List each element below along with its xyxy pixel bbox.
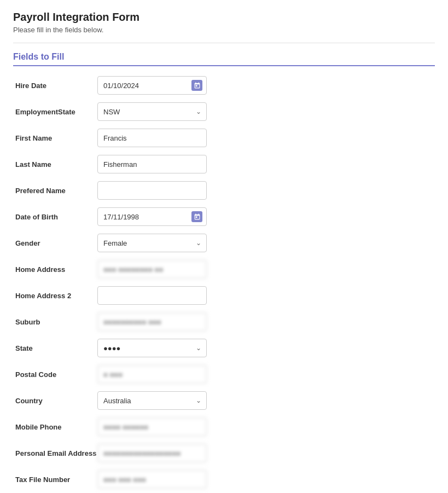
- hire-date-label: Hire Date: [15, 82, 97, 90]
- postal-code-row: Postal Code: [15, 365, 433, 384]
- postal-code-label: Postal Code: [15, 370, 97, 379]
- page-title: Payroll Integration Form: [13, 11, 435, 24]
- home-address-input[interactable]: [97, 260, 207, 279]
- employment-state-wrapper: NSW VIC QLD WA SA TAS ACT NT ⌄: [97, 102, 207, 121]
- employment-state-select[interactable]: NSW VIC QLD WA SA TAS ACT NT: [97, 102, 207, 121]
- preferred-name-label: Prefered Name: [15, 187, 97, 195]
- tfn-row: Tax File Number: [15, 470, 433, 489]
- hire-date-row: Hire Date: [15, 76, 433, 95]
- preferred-name-input[interactable]: [97, 181, 207, 200]
- state-row: State ●●●● NSW VIC QLD ⌄: [15, 339, 433, 357]
- tfn-label: Tax File Number: [15, 475, 97, 484]
- first-name-label: First Name: [15, 134, 97, 142]
- home-address2-input[interactable]: [97, 286, 207, 305]
- home-address-label: Home Address: [15, 265, 97, 274]
- dob-label: Date of Birth: [15, 213, 97, 221]
- mobile-phone-row: Mobile Phone: [15, 417, 433, 436]
- last-name-label: Last Name: [15, 160, 97, 169]
- form-container: Hire Date EmploymentState NSW VIC QLD WA…: [13, 76, 435, 493]
- state-label: State: [15, 344, 97, 352]
- last-name-input[interactable]: [97, 155, 207, 173]
- gender-wrapper: Male Female Non-binary Prefer not to say…: [97, 234, 207, 252]
- hire-date-wrapper: [97, 76, 207, 95]
- last-name-row: Last Name: [15, 155, 433, 173]
- hire-date-calendar-icon[interactable]: [191, 80, 202, 91]
- gender-select[interactable]: Male Female Non-binary Prefer not to say: [97, 234, 207, 252]
- page-subtitle: Please fill in the fields below.: [13, 26, 435, 34]
- email-label: Personal Email Address: [15, 449, 97, 457]
- country-row: Country Australia New Zealand United Kin…: [15, 391, 433, 410]
- employment-state-label: EmploymentState: [15, 108, 97, 116]
- dob-calendar-icon[interactable]: [191, 211, 202, 222]
- hire-date-input[interactable]: [97, 76, 207, 95]
- dob-input[interactable]: [97, 207, 207, 226]
- state-select[interactable]: ●●●● NSW VIC QLD: [97, 339, 207, 357]
- first-name-row: First Name: [15, 129, 433, 147]
- gender-row: Gender Male Female Non-binary Prefer not…: [15, 234, 433, 252]
- country-label: Country: [15, 397, 97, 405]
- section-title: Fields to Fill: [13, 52, 64, 61]
- tfn-input[interactable]: [97, 470, 207, 489]
- dob-row: Date of Birth: [15, 207, 433, 226]
- home-address-row: Home Address: [15, 260, 433, 279]
- country-wrapper: Australia New Zealand United Kingdom Uni…: [97, 391, 207, 410]
- employment-state-row: EmploymentState NSW VIC QLD WA SA TAS AC…: [15, 102, 433, 121]
- home-address2-row: Home Address 2: [15, 286, 433, 305]
- suburb-input[interactable]: [97, 312, 207, 331]
- suburb-label: Suburb: [15, 318, 97, 326]
- gender-label: Gender: [15, 239, 97, 247]
- mobile-phone-input[interactable]: [97, 417, 207, 436]
- postal-code-input[interactable]: [97, 365, 207, 384]
- home-address2-label: Home Address 2: [15, 292, 97, 300]
- mobile-phone-label: Mobile Phone: [15, 423, 97, 431]
- state-wrapper: ●●●● NSW VIC QLD ⌄: [97, 339, 207, 357]
- dob-wrapper: [97, 207, 207, 226]
- country-select[interactable]: Australia New Zealand United Kingdom Uni…: [97, 391, 207, 410]
- first-name-input[interactable]: [97, 129, 207, 147]
- preferred-name-row: Prefered Name: [15, 181, 433, 200]
- email-input[interactable]: [97, 444, 207, 462]
- email-row: Personal Email Address: [15, 444, 433, 462]
- suburb-row: Suburb: [15, 312, 433, 331]
